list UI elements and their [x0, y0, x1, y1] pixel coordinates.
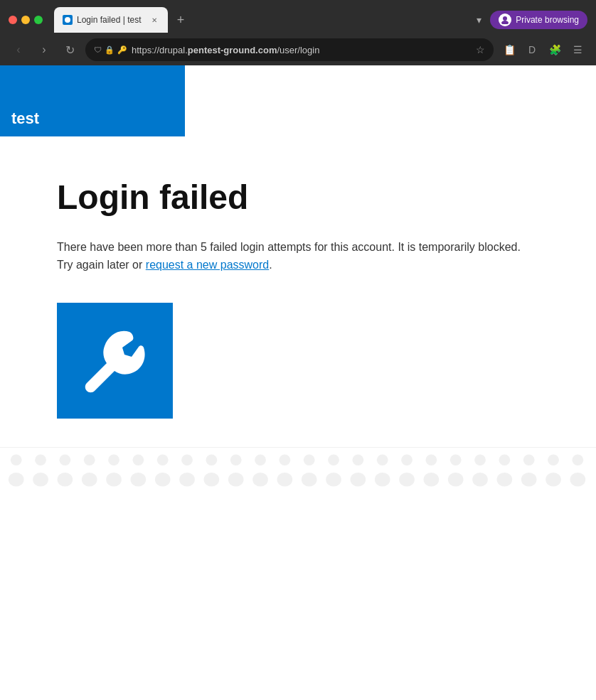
key-icon: 🔑 — [117, 45, 127, 55]
svg-point-32 — [351, 473, 366, 487]
nav-bar: ‹ › ↻ 🛡 🔒 🔑 https://drupal.pentest-groun… — [0, 34, 596, 65]
private-browsing-label: Private browsing — [516, 15, 579, 25]
private-browsing-icon — [499, 14, 511, 26]
svg-point-45 — [523, 455, 535, 466]
bookmark-star-icon[interactable]: ☆ — [476, 44, 485, 55]
request-password-link[interactable]: request a new password — [146, 259, 269, 271]
tab-dropdown-button[interactable]: ▾ — [474, 11, 484, 28]
svg-point-3 — [11, 455, 22, 466]
svg-point-38 — [424, 473, 440, 487]
svg-point-27 — [304, 455, 315, 466]
svg-point-50 — [570, 473, 586, 487]
svg-point-9 — [84, 455, 95, 466]
forward-button[interactable]: › — [34, 40, 54, 60]
close-button[interactable] — [9, 16, 17, 24]
traffic-lights — [9, 16, 43, 24]
pocket-button[interactable]: 📋 — [499, 40, 519, 60]
svg-point-22 — [228, 473, 244, 487]
footer-icons — [6, 447, 590, 490]
svg-point-46 — [521, 473, 537, 487]
menu-button[interactable]: ☰ — [568, 40, 587, 60]
svg-point-44 — [497, 473, 513, 487]
svg-point-13 — [133, 455, 144, 466]
extensions-button[interactable]: 🧩 — [545, 40, 565, 60]
address-bar[interactable]: 🛡 🔒 🔑 https://drupal.pentest-ground.com/… — [85, 38, 494, 61]
page-heading: Login failed — [57, 179, 539, 217]
error-message-after-link: . — [269, 259, 272, 271]
svg-point-8 — [58, 473, 73, 487]
maximize-button[interactable] — [34, 16, 43, 24]
lock-icon: 🔒 — [105, 45, 115, 55]
svg-point-7 — [60, 455, 71, 466]
new-tab-button[interactable]: + — [171, 10, 191, 30]
mask-icon — [501, 16, 509, 24]
svg-point-29 — [328, 455, 339, 466]
site-header: test — [0, 65, 185, 136]
reload-button[interactable]: ↻ — [60, 40, 80, 60]
minimize-button[interactable] — [21, 16, 30, 24]
svg-point-10 — [82, 473, 97, 487]
svg-point-47 — [548, 455, 559, 466]
svg-point-15 — [157, 455, 169, 466]
profile-button[interactable]: D — [522, 40, 542, 60]
svg-point-6 — [33, 473, 48, 487]
tab-bar: Login failed | test ✕ + ▾ — [54, 7, 484, 33]
site-title: test — [11, 109, 39, 128]
private-browsing-indicator: Private browsing — [490, 11, 587, 29]
address-text: https://drupal.pentest-ground.com/user/l… — [132, 45, 472, 55]
svg-point-23 — [255, 455, 266, 466]
error-message-before-link: There have been more than 5 failed login… — [57, 241, 521, 271]
svg-point-20 — [204, 473, 220, 487]
svg-point-26 — [277, 473, 293, 487]
svg-point-37 — [426, 455, 437, 466]
svg-point-42 — [472, 473, 488, 487]
svg-point-33 — [377, 455, 388, 466]
drupal-logo — [57, 303, 173, 419]
back-button[interactable]: ‹ — [9, 40, 28, 60]
browser-chrome: Login failed | test ✕ + ▾ Private browsi… — [0, 0, 596, 65]
address-domain: pentest-ground.com — [188, 45, 277, 55]
svg-point-16 — [155, 473, 171, 487]
svg-point-34 — [375, 473, 390, 487]
nav-actions: 📋 D 🧩 ☰ — [499, 40, 587, 60]
security-icons: 🛡 🔒 🔑 — [94, 45, 127, 55]
svg-point-1 — [503, 16, 507, 21]
svg-point-2 — [501, 21, 509, 24]
wrench-icon — [76, 321, 154, 399]
address-path: /user/login — [277, 45, 319, 55]
tab-close-button[interactable]: ✕ — [149, 15, 159, 25]
svg-point-21 — [230, 455, 242, 466]
svg-point-0 — [65, 17, 70, 23]
footer-decoration — [0, 447, 596, 490]
svg-point-11 — [108, 455, 119, 466]
svg-point-31 — [353, 455, 364, 466]
active-tab[interactable]: Login failed | test ✕ — [54, 7, 168, 33]
svg-point-30 — [326, 473, 341, 487]
error-message: There have been more than 5 failed login… — [57, 238, 539, 274]
title-bar: Login failed | test ✕ + ▾ Private browsi… — [0, 0, 596, 34]
svg-point-41 — [474, 455, 486, 466]
svg-point-25 — [280, 455, 291, 466]
shield-icon: 🛡 — [94, 45, 102, 54]
svg-point-39 — [450, 455, 462, 466]
svg-point-14 — [131, 473, 147, 487]
svg-point-5 — [35, 455, 46, 466]
svg-point-28 — [302, 473, 317, 487]
page-content: test Login failed There have been more t… — [0, 65, 596, 700]
svg-point-48 — [546, 473, 561, 487]
svg-point-36 — [399, 473, 415, 487]
svg-point-40 — [448, 473, 464, 487]
svg-point-35 — [401, 455, 413, 466]
svg-point-17 — [181, 455, 193, 466]
tab-title: Login failed | test — [77, 15, 145, 25]
svg-point-43 — [499, 455, 511, 466]
page-wrapper: test Login failed There have been more t… — [0, 65, 596, 700]
svg-point-24 — [252, 473, 268, 487]
main-content: Login failed There have been more than 5… — [0, 136, 596, 447]
svg-point-19 — [206, 455, 218, 466]
drupal-favicon-icon — [64, 16, 71, 23]
tab-favicon — [63, 15, 73, 25]
svg-point-12 — [106, 473, 122, 487]
address-protocol: https://drupal. — [132, 45, 188, 55]
svg-point-49 — [572, 455, 583, 466]
